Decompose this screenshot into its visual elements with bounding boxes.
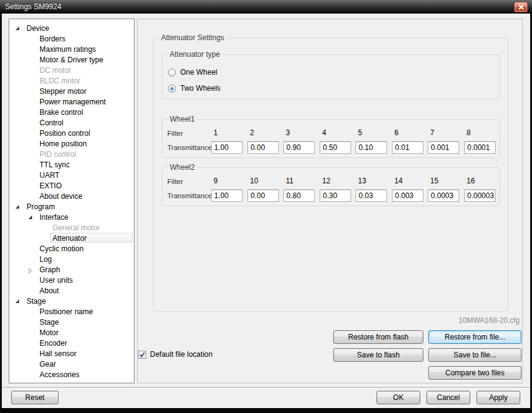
expanded-arrow-icon[interactable]	[15, 299, 19, 303]
tree-item-label: Maximum ratings	[39, 45, 96, 54]
settings-tree: DeviceBordersMaximum ratingsMotor & Driv…	[9, 19, 135, 383]
tree-item-stage[interactable]: Stage	[9, 317, 134, 327]
window-border-bottom	[0, 408, 532, 413]
tree-item-label: Gear	[39, 360, 56, 369]
tree-item-bldc-motor[interactable]: BLDC motor	[9, 75, 134, 86]
tree-item-position-control[interactable]: Position control	[9, 128, 134, 138]
wheel1-filter-7-number: 7	[430, 128, 434, 137]
wheel1-transmittance-8-input[interactable]	[464, 141, 496, 154]
tree-item-label: Graph	[39, 265, 60, 274]
tree-item-label: Position control	[39, 129, 90, 138]
tree-item-positioner-name[interactable]: Positioner name	[9, 306, 134, 317]
wheel1-group-title: Wheel1	[167, 115, 197, 123]
tree-item-program[interactable]: Program	[9, 201, 134, 212]
apply-button[interactable]: Apply	[476, 391, 520, 404]
save-to-file-button[interactable]: Save to file...	[428, 348, 522, 362]
wheel2-transmittance-10-input[interactable]	[247, 190, 279, 202]
tree-item-extio[interactable]: EXTIO	[9, 180, 134, 191]
tree-item-device[interactable]: Device	[9, 23, 134, 33]
tree-item-uart[interactable]: UART	[9, 170, 134, 180]
tree-item-home-position[interactable]: Home position	[9, 138, 134, 149]
tree-item-power-management[interactable]: Power management	[9, 96, 134, 107]
tree-item-about[interactable]: About	[9, 285, 134, 296]
wheel2-transmittance-12-input[interactable]	[320, 190, 351, 202]
expanded-arrow-icon[interactable]	[28, 215, 32, 219]
wheel2-filter-10-number: 10	[250, 177, 258, 185]
wheel2-transmittance-11-input[interactable]	[283, 190, 315, 202]
tree-item-log[interactable]: Log	[9, 254, 134, 264]
tree-item-label: Device	[27, 24, 49, 33]
close-icon	[518, 4, 524, 10]
default-file-location-checkbox[interactable]	[138, 351, 146, 359]
tree-item-label: Home position	[39, 140, 87, 148]
tree-item-label: Interface	[39, 213, 69, 222]
tree-item-label: UART	[39, 171, 59, 180]
settings-dialog: Settings SM9924 DeviceBordersMaximum rat…	[0, 0, 532, 413]
wheel1-transmittance-6-input[interactable]	[392, 141, 423, 154]
wheel1-filter-4-number: 4	[322, 128, 326, 137]
expanded-arrow-icon[interactable]	[15, 205, 19, 209]
tree-item-label: Accessories	[39, 370, 80, 379]
radio-button-icon[interactable]	[168, 85, 176, 93]
tree-item-control[interactable]: Control	[9, 117, 134, 128]
tree-item-label: User units	[39, 276, 73, 285]
attenuator-type-group: Attenuator type One WheelTwo Wheels	[162, 54, 500, 99]
wheel1-transmittance-4-input[interactable]	[320, 141, 351, 154]
wheel1-transmittance-2-input[interactable]	[247, 141, 279, 154]
close-button[interactable]	[514, 2, 528, 12]
tree-item-brake-control[interactable]: Brake control	[9, 107, 134, 117]
wheel1-filter-6-number: 6	[394, 128, 399, 137]
wheel2-filter-12-number: 12	[322, 177, 330, 185]
titlebar[interactable]: Settings SM9924	[0, 0, 532, 14]
wheel1-filter-5-number: 5	[358, 128, 362, 137]
cancel-button[interactable]: Cancel	[426, 391, 470, 404]
tree-item-graph[interactable]: Graph	[9, 264, 134, 275]
restore-from-flash-button[interactable]: Restore from flash	[333, 330, 423, 344]
tree-item-maximum-ratings[interactable]: Maximum ratings	[9, 44, 134, 54]
tree-item-general-motor[interactable]: General motor	[9, 222, 134, 233]
tree-item-motor[interactable]: Motor	[9, 327, 134, 338]
tree-item-cyclic-motion[interactable]: Cyclic motion	[9, 243, 134, 254]
tree-item-motor-driver-type[interactable]: Motor & Driver type	[9, 54, 134, 65]
wheel2-transmittance-15-input[interactable]	[428, 190, 459, 202]
tree-item-accessories[interactable]: Accessories	[9, 369, 134, 380]
tree-item-gear[interactable]: Gear	[9, 359, 134, 369]
wheel1-transmittance-1-input[interactable]	[211, 141, 243, 154]
tree-item-interface[interactable]: Interface	[9, 212, 134, 222]
save-to-flash-button[interactable]: Save to flash	[333, 348, 423, 362]
tree-item-label: About device	[39, 192, 82, 201]
tree-item-pid-control[interactable]: PID control	[9, 149, 134, 159]
tree-item-about-device[interactable]: About device	[9, 191, 134, 201]
wheel1-transmittance-5-input[interactable]	[355, 141, 387, 154]
checkmark-icon	[139, 351, 146, 358]
wheel2-transmittance-label: Transmittance	[167, 192, 212, 199]
radio-one-wheel[interactable]: One Wheel	[168, 68, 217, 77]
tree-item-label: Power management	[39, 98, 106, 106]
compare-two-files-button[interactable]: Compare two files	[428, 366, 522, 380]
footer-separator-highlight	[2, 388, 530, 388]
ok-button[interactable]: OK	[376, 391, 420, 404]
tree-item-stage[interactable]: Stage	[9, 296, 134, 306]
expanded-arrow-icon[interactable]	[15, 27, 19, 30]
wheel2-transmittance-9-input[interactable]	[211, 190, 243, 202]
wheel1-transmittance-7-input[interactable]	[428, 141, 459, 154]
tree-item-hall-sensor[interactable]: Hall sensor	[9, 348, 134, 359]
tree-item-user-units[interactable]: User units	[9, 275, 134, 285]
tree-item-dc-motor[interactable]: DC motor	[9, 65, 134, 75]
reset-button[interactable]: Reset	[11, 391, 59, 404]
tree-item-stepper-motor[interactable]: Stepper motor	[9, 86, 134, 96]
wheel1-transmittance-3-input[interactable]	[283, 141, 315, 154]
restore-from-file-button[interactable]: Restore from file...	[428, 330, 522, 344]
tree-item-ttl-sync[interactable]: TTL sync	[9, 159, 134, 170]
collapsed-arrow-icon[interactable]	[28, 267, 33, 275]
tree-item-encoder[interactable]: Encoder	[9, 338, 134, 348]
wheel2-transmittance-14-input[interactable]	[392, 190, 423, 202]
wheel2-transmittance-16-input[interactable]	[464, 190, 496, 202]
radio-two-wheels[interactable]: Two Wheels	[168, 84, 220, 93]
tree-item-label: TTL sync	[39, 161, 70, 169]
tree-item-borders[interactable]: Borders	[9, 33, 134, 44]
radio-button-icon[interactable]	[168, 69, 176, 77]
tree-item-attenuator[interactable]: Attenuator	[9, 233, 134, 243]
wheel2-transmittance-13-input[interactable]	[355, 190, 387, 202]
tree-item-label: Log	[39, 255, 52, 264]
